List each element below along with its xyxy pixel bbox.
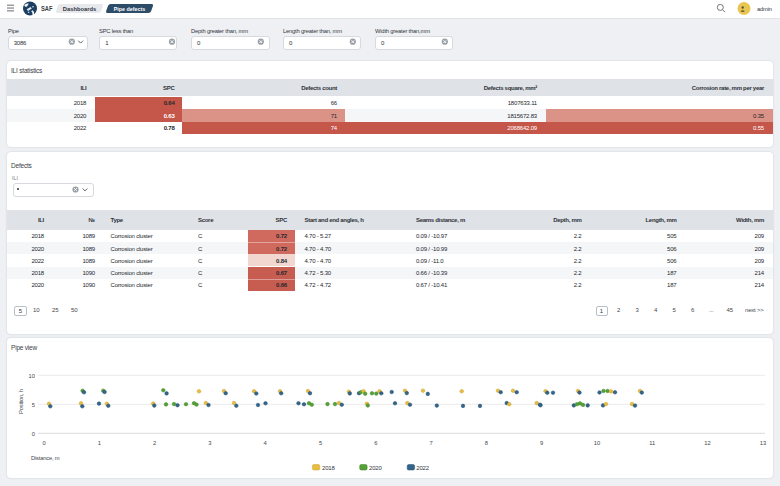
svg-text:Distance, m: Distance, m bbox=[31, 455, 60, 461]
svg-text:9: 9 bbox=[540, 440, 543, 446]
svg-text:8: 8 bbox=[485, 440, 488, 446]
svg-text:0: 0 bbox=[42, 440, 45, 446]
svg-text:2: 2 bbox=[153, 440, 156, 446]
svg-text:10: 10 bbox=[594, 440, 600, 446]
svg-text:5: 5 bbox=[32, 402, 35, 408]
svg-text:13: 13 bbox=[760, 440, 766, 446]
svg-text:10: 10 bbox=[29, 373, 35, 379]
svg-text:12: 12 bbox=[704, 440, 710, 446]
svg-text:2022: 2022 bbox=[416, 465, 429, 471]
svg-text:2020: 2020 bbox=[369, 465, 382, 471]
svg-text:4: 4 bbox=[264, 440, 268, 446]
svg-text:1: 1 bbox=[98, 440, 101, 446]
svg-text:5: 5 bbox=[319, 440, 322, 446]
svg-text:3: 3 bbox=[208, 440, 211, 446]
svg-text:7: 7 bbox=[429, 440, 432, 446]
svg-text:6: 6 bbox=[374, 440, 377, 446]
svg-text:0: 0 bbox=[32, 431, 35, 437]
svg-text:2018: 2018 bbox=[322, 465, 335, 471]
svg-text:11: 11 bbox=[649, 440, 655, 446]
svg-text:Position, h: Position, h bbox=[18, 389, 24, 414]
